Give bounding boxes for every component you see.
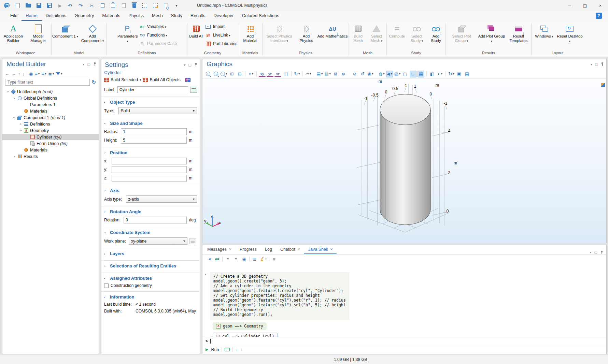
console-tab[interactable]: Java Shell × [304,245,337,254]
next-command-icon[interactable]: ↓ [241,347,243,352]
component-1-button[interactable]: Component 1 [52,22,79,39]
tree-item[interactable]: Form Union (fin) [2,140,99,147]
separator[interactable] [222,257,223,261]
java-shell-console[interactable]: // Create a 3D geometry model.geom().cre… [202,264,606,337]
minimize-button[interactable]: ─ [562,0,577,11]
hide-objects-icon[interactable]: ⊘ [351,71,358,77]
separator[interactable] [245,71,245,77]
cylinder-top-face[interactable] [380,94,430,125]
copy-icon[interactable] [98,1,106,10]
zoom-in-icon[interactable]: + [204,71,211,77]
radius-input[interactable] [121,128,187,135]
rotation-input[interactable] [124,217,187,223]
tree-expand-icon[interactable] [5,89,10,94]
panel-float-icon[interactable]: ▢ [594,250,597,254]
save-as-icon[interactable] [45,1,53,10]
work-plane-select[interactable]: xy-plane [129,237,187,245]
separator[interactable] [27,71,27,76]
transparency-icon[interactable]: ▱ [305,71,312,77]
close-button[interactable]: × [593,0,608,11]
scene-projection-icon[interactable]: ◫ [282,71,289,77]
tree-item[interactable]: Cylinder (cyl) [2,134,99,140]
environment-icon[interactable]: ◍ [378,71,385,77]
load-history-icon[interactable]: ⇥ [206,256,212,262]
run-icon[interactable]: ▶ [55,1,63,10]
panel-pin-icon[interactable] [601,62,604,66]
height-input[interactable] [121,137,187,144]
select-box-icon[interactable]: ⊠ [332,71,339,77]
shell-prompt[interactable]: > [202,337,606,345]
tree-item[interactable]: Parameters 1 [2,101,99,108]
go-to-default-view-icon[interactable]: ⌖ [248,71,254,77]
separator[interactable] [269,257,269,261]
select-study-button[interactable]: Select Study [407,22,426,43]
result-templates-button[interactable]: Result Templates [507,22,531,43]
build-preceding-icon[interactable] [185,78,190,82]
object-type-select[interactable]: Solid [118,107,197,114]
position-input[interactable] [112,175,187,181]
label-input[interactable] [117,86,188,93]
panel-float-icon[interactable]: ▢ [595,62,598,66]
build-mesh-button[interactable]: Build Mesh [350,22,367,43]
menu-tab[interactable]: File [6,11,22,21]
deselect-box-icon[interactable]: ⊗ [340,71,347,77]
build-selected-button[interactable]: Build Selected▾ [104,77,141,82]
zoom-out-icon[interactable]: − [212,71,219,77]
panel-float-icon[interactable]: ▢ [87,62,90,66]
rotate-view-icon[interactable]: ↻ [294,71,300,77]
position-input[interactable] [112,166,187,173]
add-image-to-export-icon[interactable]: ▤ [316,71,323,77]
tree-item[interactable]: Untitled.mph (root) [2,88,99,95]
paste-icon[interactable] [108,1,116,10]
collapse-sections-icon[interactable]: ≡ [42,71,46,76]
separator[interactable] [302,71,303,77]
clear-console-icon[interactable] [260,256,267,262]
panel-pin-icon[interactable] [93,62,96,66]
menu-tab[interactable]: Definitions [42,11,71,21]
shell-result-chip[interactable]: geom ==> Geometry [213,322,267,330]
expand-sections-icon[interactable]: ≡ [35,71,40,76]
filter-icon[interactable] [56,72,62,75]
move-down-icon[interactable]: ↓ [23,71,25,76]
reset-desktop-button[interactable]: Reset Desktop [557,22,583,44]
go-to-work-plane-icon[interactable] [189,238,196,244]
tree-item[interactable]: Global Definitions [2,95,99,101]
menu-tab[interactable]: Home [22,11,42,21]
show-variables-icon[interactable]: a= [214,256,220,262]
tab-close-icon[interactable]: × [298,247,300,252]
tree-expand-icon[interactable] [12,115,17,120]
show-axes-icon[interactable]: ∟ [410,71,416,77]
zoom-extents-icon[interactable]: ⊞ [228,71,235,77]
menu-tab[interactable]: Geometry [70,11,98,21]
view-xy-icon[interactable]: xy [259,71,266,77]
separator[interactable] [249,257,250,261]
separator[interactable] [349,71,349,77]
tree-expand-icon[interactable] [12,96,17,101]
view-yz-icon[interactable]: yz [267,71,273,77]
tree-filter-input[interactable] [5,79,90,86]
console-tab[interactable]: Log [261,245,276,254]
model-manager-button[interactable]: Model Manager [26,22,50,43]
separator[interactable] [291,71,292,77]
add-plot-group-button[interactable]: Add Plot Group [477,22,506,44]
panel-menu-icon[interactable]: ▾ [184,63,186,67]
console-tab[interactable]: Chatbot × [276,245,304,254]
separator[interactable] [256,71,257,77]
cut-icon[interactable]: ✂ [87,1,95,10]
snapshot-icon[interactable]: ▣ [456,71,463,77]
move-up-icon[interactable]: ↑ [18,71,20,76]
show-hidden-icon[interactable]: ↺ [359,71,366,77]
panel-menu-icon[interactable]: ▾ [591,62,592,66]
add-component-button[interactable]: Add Component [79,22,106,43]
forward-icon[interactable]: → [12,71,16,76]
panel-pin-icon[interactable] [194,63,197,67]
menu-tab[interactable]: Study [167,11,186,21]
console-tab[interactable]: Messages × [203,245,236,254]
tree-item[interactable]: Geometry [2,127,99,134]
select-mesh-button[interactable]: Select Mesh [367,22,386,43]
run-button[interactable]: Run [211,347,219,352]
redo-icon[interactable]: ↷ ▾ [76,1,85,10]
save-icon[interactable] [34,1,42,10]
more-commands-icon[interactable]: ▾ [172,1,180,10]
menu-tab[interactable]: Developer [209,11,238,21]
